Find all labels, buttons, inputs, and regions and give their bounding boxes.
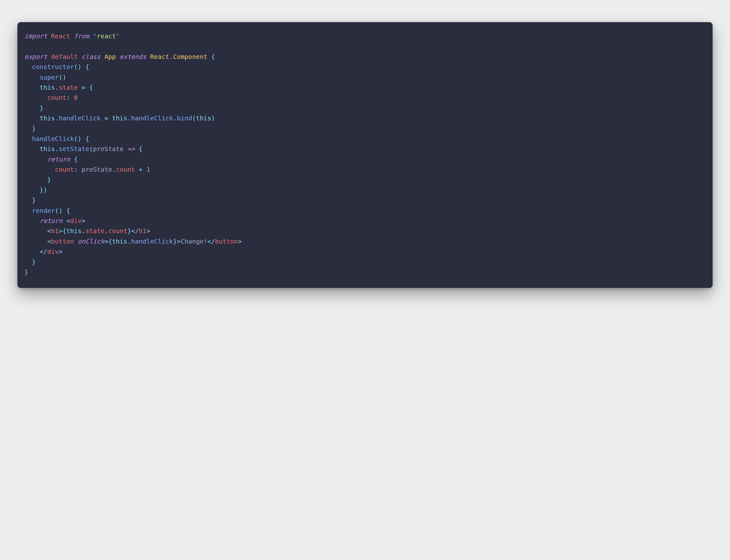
code-line: }	[24, 258, 36, 266]
code-token	[101, 114, 105, 122]
code-token: count	[47, 94, 66, 101]
code-token: handleClick	[59, 114, 100, 122]
code-token	[116, 53, 120, 60]
code-token: >	[59, 248, 62, 255]
code-token: }	[40, 104, 43, 112]
code-token	[146, 53, 150, 60]
code-token: render	[32, 207, 55, 214]
code-token: =	[105, 238, 108, 245]
code-token	[24, 248, 40, 255]
code-token	[24, 227, 47, 235]
code-token: div	[70, 217, 82, 225]
code-token	[89, 32, 93, 40]
code-token: preState	[82, 166, 112, 173]
code-token	[24, 104, 40, 112]
code-token: .	[127, 238, 131, 245]
code-token: .	[112, 166, 116, 173]
code-token	[24, 156, 47, 163]
code-token	[82, 63, 86, 71]
code-token	[135, 166, 139, 173]
code-token: >	[238, 238, 242, 245]
code-token	[86, 84, 89, 91]
code-token: {	[86, 135, 89, 143]
code-token	[24, 166, 55, 173]
code-token: (	[192, 114, 196, 122]
code-token: >	[59, 227, 62, 235]
code-line: return {	[24, 156, 78, 163]
code-token: handleClick	[131, 238, 173, 245]
code-token	[78, 53, 82, 60]
code-token: .	[127, 114, 131, 122]
code-line: </div>	[24, 248, 62, 255]
code-token: React	[150, 53, 169, 60]
code-token: .	[55, 114, 59, 122]
code-token: import	[24, 32, 47, 40]
code-token	[47, 53, 51, 60]
code-token: export	[24, 53, 47, 60]
code-token	[24, 238, 47, 245]
code-token: '	[116, 32, 120, 40]
code-token	[78, 84, 82, 91]
code-line: }	[24, 104, 43, 112]
code-token: count	[108, 227, 127, 235]
code-token: )	[211, 114, 215, 122]
code-token: }	[32, 125, 36, 132]
code-token: onClick	[78, 238, 105, 245]
code-token	[70, 156, 74, 163]
code-token	[24, 176, 47, 183]
code-token: super	[40, 73, 59, 81]
code-token: this	[40, 84, 55, 91]
code-token: count	[55, 166, 74, 173]
code-token	[24, 145, 40, 153]
code-block: import React from 'react' export default…	[24, 31, 706, 277]
code-token: '	[93, 32, 97, 40]
code-token: Change!	[181, 238, 207, 245]
code-line: }	[24, 268, 28, 276]
code-line: }	[24, 196, 36, 204]
code-token: {	[108, 238, 112, 245]
code-token: from	[74, 32, 89, 40]
code-token: +	[139, 166, 143, 173]
code-token: handleClick	[131, 114, 173, 122]
code-line: import React from 'react'	[24, 32, 120, 40]
code-token: this	[66, 227, 81, 235]
code-token: ()	[59, 73, 66, 81]
code-token: =>	[127, 145, 135, 153]
code-token: .	[55, 145, 59, 153]
code-line: }	[24, 125, 36, 132]
code-token: ()	[55, 207, 62, 214]
code-token: ()	[74, 63, 82, 71]
code-token: bind	[177, 114, 192, 122]
code-token	[24, 217, 40, 225]
code-token: App	[105, 53, 116, 60]
code-snippet-card: import React from 'react' export default…	[17, 22, 713, 288]
code-token	[24, 114, 40, 122]
code-token: count	[116, 166, 135, 173]
code-token: =	[82, 84, 86, 91]
code-token: {	[74, 156, 78, 163]
code-line: return <div>	[24, 217, 86, 225]
code-line: <h1>{this.state.count}</h1>	[24, 227, 150, 235]
code-token: :	[66, 94, 70, 101]
code-token: class	[82, 53, 101, 60]
code-token: React	[51, 32, 70, 40]
code-token: >	[82, 217, 86, 225]
code-token: {	[66, 207, 70, 214]
code-line: render() {	[24, 207, 70, 214]
code-token	[62, 217, 66, 225]
code-token: 0	[74, 94, 78, 101]
code-token: constructor	[32, 63, 74, 71]
code-token	[74, 238, 78, 245]
code-token	[24, 258, 32, 266]
code-token	[24, 207, 32, 214]
code-token	[47, 32, 51, 40]
code-line: this.handleClick = this.handleClick.bind…	[24, 114, 215, 122]
code-token: this	[40, 145, 55, 153]
code-token: ()	[74, 135, 82, 143]
code-line: handleClick() {	[24, 135, 89, 143]
code-line: }	[24, 176, 51, 183]
code-token: div	[47, 248, 59, 255]
code-token: button	[215, 238, 238, 245]
code-token: })	[40, 186, 47, 194]
code-line: export default class App extends React.C…	[24, 53, 215, 60]
